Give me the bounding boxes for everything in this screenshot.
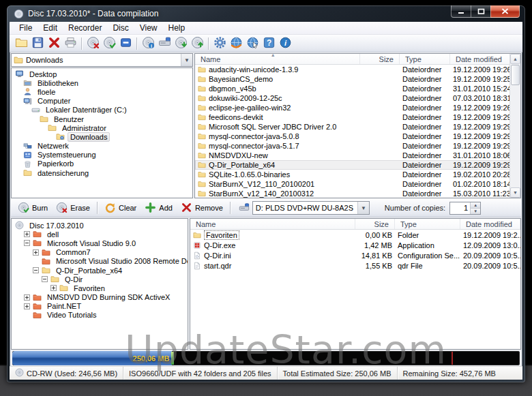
column-header-size[interactable]: Size [355, 219, 395, 229]
disc-erase-button[interactable] [85, 36, 101, 51]
explorer-item-computer[interactable]: Computer [12, 97, 192, 106]
file-row-dokuwiki-2009-12-25c[interactable]: dokuwiki-2009-12-25cDateiordner07.03.201… [195, 93, 513, 103]
file-row-q-dir-exe[interactable]: Q-Dir.exe1,42 MBApplication12.09.2009 13… [190, 240, 520, 250]
explorer-item-benutzer[interactable]: Benutzer [12, 115, 192, 123]
track-close-button[interactable] [117, 36, 134, 51]
file-row-start-qdr[interactable]: start.qdr1,55 KBqdr File20.09.2009 10:5.… [190, 260, 520, 271]
maximize-button[interactable] [471, 5, 490, 18]
column-header-size[interactable]: Size [360, 54, 400, 64]
close-button[interactable] [490, 5, 520, 18]
expander-minus-icon[interactable] [24, 240, 30, 246]
compilation-item-common7[interactable]: Common7 [12, 248, 188, 257]
compilation-item-paint-net[interactable]: Paint.NET [12, 302, 188, 311]
save-button[interactable] [29, 36, 46, 51]
explorer-item-downloads[interactable]: Downloads [12, 132, 192, 141]
explorer-item-netzwerk[interactable]: Netzwerk [12, 142, 192, 151]
compilation-item-microsoft-visual-studio-9-0[interactable]: Microsoft Visual Studio 9.0 [12, 239, 188, 247]
scroll-up-button[interactable]: ▲ [510, 54, 520, 64]
vertical-scrollbar[interactable]: ▲ ▼ [509, 54, 520, 198]
menu-file[interactable]: File [14, 22, 38, 34]
column-header-name[interactable]: Name [190, 219, 355, 229]
menu-help[interactable]: Help [163, 22, 191, 34]
column-header-date-modified[interactable]: Date modified [460, 219, 520, 229]
file-row-feedicons-devkit[interactable]: feedicons-devkitDateiordner19.12.2009 19… [195, 112, 513, 122]
file-row-bayesiancs-demo[interactable]: BayesianCS_demoDateiordner19.12.2009 19:… [195, 74, 513, 84]
new-compilation-button[interactable] [13, 36, 29, 51]
expander-plus-icon[interactable] [50, 285, 57, 291]
explorer-item-floele[interactable]: floele [12, 87, 192, 96]
file-row-starburnx-v12-140-20100312[interactable]: StarBurnX_v12_140_20100312Dateiordner15.… [195, 189, 513, 198]
menu-edit[interactable]: Edit [38, 22, 63, 34]
erase-button[interactable]: Erase [52, 200, 94, 217]
column-header-type[interactable]: Type [395, 219, 460, 229]
compilation-item-microsoft-visual-studio-2008-remote-debugger[interactable]: Microsoft Visual Studio 2008 Remote Debu… [12, 257, 188, 266]
file-row-mysql-connector-java-5-1-7[interactable]: mysql-connector-java-5.1.7Dateiordner19.… [195, 141, 513, 151]
column-header-type[interactable]: Type [400, 54, 450, 64]
menu-disc[interactable]: Disc [107, 22, 134, 34]
file-row-q-dir-portable-x64[interactable]: Q-Dir_Portable_x64Dateiordner19.12.2009 … [195, 160, 513, 170]
web-cursor-button[interactable] [244, 36, 261, 51]
file-row-audacity-win-unicode-1-3-9[interactable]: audacity-win-unicode-1.3.9Dateiordner19.… [195, 65, 513, 74]
expander-minus-icon[interactable] [42, 276, 48, 282]
explorer-item-desktop[interactable]: Desktop [12, 70, 192, 78]
menu-view[interactable]: View [134, 22, 163, 34]
file-row-favoriten[interactable]: Favoriten0,00 KBFolder19.12.2009 19:2... [190, 230, 520, 240]
help-button[interactable]: ? [261, 36, 277, 51]
expander-minus-icon[interactable] [33, 267, 39, 273]
drive-combobox[interactable]: D: PLDS DVD+RW DU-8A2S ▼ [252, 201, 370, 215]
clear-button[interactable]: Clear [100, 200, 141, 217]
add-button[interactable]: Add [141, 200, 177, 217]
file-row-microsoft-sql-server-jdbc-driver-2-0[interactable]: Microsoft SQL Server JDBC Driver 2.0Date… [195, 122, 513, 132]
compilation-item-q-dir-portable-x64[interactable]: Q-Dir_Portable_x64 [12, 266, 188, 275]
file-row-q-dir-ini[interactable]: Q-Dir.ini14,81 KBConfiguration Se...20.0… [190, 250, 520, 260]
about-button[interactable]: i [277, 36, 293, 51]
explorer-item-systemsteuerung[interactable]: Systemsteuerung [12, 151, 192, 159]
column-header-name[interactable]: Name▲ [195, 54, 360, 64]
remove-button[interactable]: Remove [177, 200, 227, 217]
file-type: Dateiordner [400, 94, 450, 102]
compilation-item-dell[interactable]: dell [12, 230, 188, 239]
burn-button[interactable]: Burn [14, 200, 52, 217]
menu-recorder[interactable]: Recorder [63, 22, 107, 34]
file-row-sqlite-1-0-65-0-binaries[interactable]: SQLite-1.0.65.0-binariesDateiordner19.02… [195, 170, 513, 179]
explorer-item-administrator[interactable]: Administrator [12, 123, 192, 132]
title-bar[interactable]: Disc 17.03.2010* - Data compilation [7, 5, 525, 22]
disc-export-button[interactable] [189, 36, 205, 51]
expander-plus-icon[interactable] [24, 303, 30, 309]
scroll-thumb[interactable] [511, 65, 520, 85]
disc-check-button[interactable] [101, 36, 117, 51]
file-row-dbgmon-v45b[interactable]: dbgmon_v45bDateiordner31.01.2010 15:24 [195, 84, 513, 93]
expander-plus-icon[interactable] [33, 249, 39, 256]
explorer-item-datensicherung[interactable]: datensicherung [12, 168, 192, 177]
compilation-item-disc-17-03-2010[interactable]: Disc 17.03.2010 [12, 221, 188, 230]
explorer-item-lokaler-datentr-ger-c[interactable]: Lokaler Datenträger (C:) [12, 106, 192, 115]
disc-import-button[interactable] [173, 36, 189, 51]
file-row-starburnx-v12-110-20100201[interactable]: StarBurnX_V12_110_20100201Dateiordner01.… [195, 179, 513, 189]
settings-button[interactable] [211, 36, 228, 51]
copies-up-button[interactable]: ▲ [471, 202, 480, 209]
expander-plus-icon[interactable] [24, 294, 30, 301]
explorer-item-bibliotheken[interactable]: Bibliotheken [12, 78, 192, 87]
scroll-down-button[interactable]: ▼ [510, 187, 520, 198]
location-combobox[interactable]: Downloads ▼ [11, 53, 193, 67]
drive-button[interactable] [156, 36, 173, 51]
minimize-button[interactable] [451, 5, 471, 18]
file-row-mysql-connector-java-5-0-8[interactable]: mysql-connector-java-5.0.8Dateiordner19.… [195, 132, 513, 141]
disc-info-button[interactable]: i [140, 36, 156, 51]
file-row-nmsdvdxu-new[interactable]: NMSDVDXU-newDateiordner31.01.2010 18:06 [195, 151, 513, 160]
compilation-item-favoriten[interactable]: Favoriten [12, 284, 188, 292]
explorer-item-papierkorb[interactable]: Papierkorb [12, 159, 192, 168]
compilation-item-video-tutorials[interactable]: Video Tutorials [12, 311, 188, 320]
drive-dropdown-button[interactable]: ▼ [357, 202, 369, 214]
file-row-eclipse-jee-galileo-win32[interactable]: eclipse-jee-galileo-win32Dateiordner19.1… [195, 103, 513, 112]
web-update-button[interactable] [228, 36, 244, 51]
compilation-item-q-dir[interactable]: Q-Dir [12, 275, 188, 284]
column-header-date-modified[interactable]: Date modified [450, 54, 513, 64]
expander-plus-icon[interactable] [24, 231, 30, 237]
copies-down-button[interactable]: ▼ [471, 209, 480, 214]
copies-spinner[interactable]: 1 ▲ ▼ [449, 202, 481, 215]
combo-dropdown-button[interactable]: ▼ [181, 54, 192, 66]
compilation-item-nmsdvd-dvd-burning-sdk-activex[interactable]: NMSDVD DVD Burning SDK ActiveX [12, 293, 188, 302]
print-button[interactable] [62, 36, 78, 51]
delete-button[interactable] [46, 36, 62, 51]
